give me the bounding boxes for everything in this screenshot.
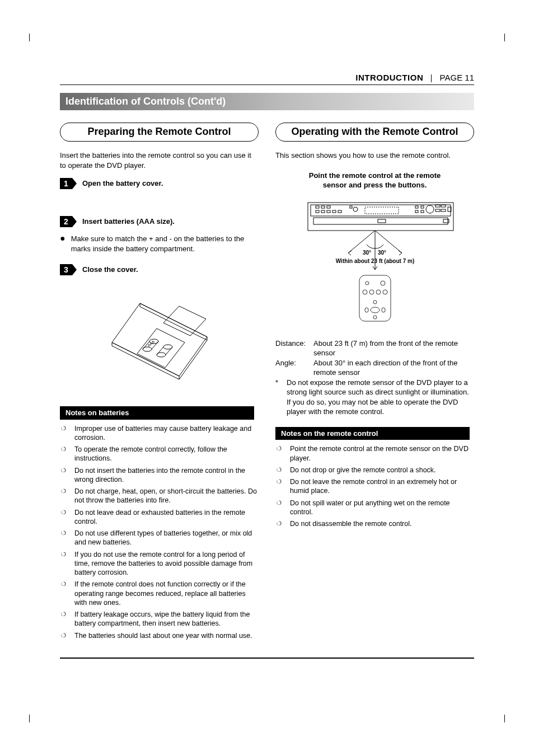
- svg-point-49: [383, 290, 387, 294]
- spec-block: Distance: About 23 ft (7 m) from the fro…: [275, 339, 474, 417]
- crop-mark: [29, 34, 38, 41]
- svg-point-8: [143, 347, 152, 351]
- bullet-text: Make sure to match the + and - on the ba…: [71, 234, 259, 253]
- list-item: The batteries should last about one year…: [61, 631, 259, 640]
- list-item: If battery leakage occurs, wipe the batt…: [61, 610, 259, 628]
- svg-line-11: [166, 347, 172, 355]
- page: INTRODUCTION PAGE 11 Identification of C…: [0, 0, 534, 756]
- step-number: 1: [60, 178, 72, 189]
- list-item: Do not drop or give the remote control a…: [277, 466, 474, 475]
- svg-rect-18: [350, 206, 352, 208]
- subsection-title: Preparing the Remote Control: [60, 123, 259, 142]
- intro-text: This section shows you how to use the re…: [275, 151, 474, 161]
- crop-mark: [29, 715, 38, 722]
- svg-rect-25: [327, 210, 330, 213]
- instruction-text: Point the remote control at the remote s…: [305, 171, 445, 190]
- svg-rect-29: [421, 206, 424, 208]
- svg-point-47: [369, 290, 374, 294]
- svg-line-3: [179, 340, 207, 379]
- spec-value: Do not expose the remote sensor of the D…: [287, 378, 474, 417]
- svg-rect-53: [382, 308, 385, 312]
- step-2: 2 Insert batteries (AAA size).: [60, 216, 259, 227]
- remote-battery-diagram: AAA: [60, 287, 259, 384]
- step-label: Insert batteries (AAA size).: [82, 216, 175, 227]
- list-item: Improper use of batteries may cause batt…: [61, 424, 259, 443]
- angle-left-label: 30°: [363, 250, 371, 256]
- step-number: 3: [60, 264, 72, 275]
- notes-header: Notes on batteries: [60, 406, 254, 420]
- notes-list: Point the remote control at the remote s…: [277, 444, 474, 528]
- section-label: INTRODUCTION: [355, 73, 423, 82]
- list-item: To operate the remote control correctly,…: [61, 445, 259, 463]
- bullet-icon: ●: [60, 234, 65, 253]
- range-label: Within about 23 ft (about 7 m): [335, 258, 414, 264]
- svg-rect-52: [365, 308, 368, 312]
- svg-rect-43: [359, 275, 391, 321]
- svg-marker-1: [140, 303, 207, 340]
- svg-point-45: [381, 281, 385, 285]
- svg-rect-22: [327, 206, 330, 208]
- svg-rect-21: [321, 206, 325, 208]
- list-item: Do not leave the remote control in an ex…: [277, 477, 474, 496]
- title-bar: Identification of Controls (Cont'd): [60, 93, 474, 110]
- crop-mark: [496, 715, 505, 722]
- svg-rect-24: [321, 210, 325, 213]
- svg-rect-30: [415, 210, 418, 213]
- intro-text: Insert the batteries into the remote con…: [60, 151, 259, 170]
- step-badge-icon: 1: [60, 178, 77, 189]
- notes-list: Improper use of batteries may cause batt…: [61, 424, 259, 640]
- footer-rule: [60, 658, 474, 659]
- list-item: Do not spill water or put anything wet o…: [277, 499, 474, 517]
- svg-point-54: [373, 316, 377, 319]
- svg-rect-39: [378, 219, 386, 223]
- crop-mark: [496, 34, 505, 41]
- step-3: 3 Close the cover.: [60, 264, 259, 275]
- page-header: INTRODUCTION PAGE 11: [60, 73, 474, 85]
- list-item: Point the remote control at the remote s…: [277, 444, 474, 463]
- list-item: Do not charge, heat, open, or short-circ…: [61, 487, 259, 505]
- step-label: Close the cover.: [82, 264, 138, 275]
- svg-point-19: [353, 207, 358, 212]
- spec-label: Distance:: [275, 339, 313, 358]
- step-badge-icon: 3: [60, 264, 77, 275]
- svg-point-32: [426, 205, 434, 213]
- svg-rect-34: [441, 205, 446, 207]
- list-item: Do not disassemble the remote control.: [277, 519, 474, 528]
- bullet-note: ● Make sure to match the + and - on the …: [60, 234, 259, 253]
- spec-label: Angle:: [275, 358, 313, 378]
- svg-point-46: [363, 290, 367, 294]
- svg-rect-27: [338, 210, 341, 213]
- svg-rect-17: [365, 207, 399, 214]
- step-label: Open the battery cover.: [82, 178, 163, 189]
- list-item: If you do not use the remote control for…: [61, 550, 259, 577]
- svg-point-44: [366, 281, 369, 285]
- spec-value: About 30° in each direction of the front…: [313, 358, 474, 378]
- divider: [431, 74, 432, 82]
- svg-point-48: [376, 290, 381, 294]
- list-item: Do not leave dead or exhausted batteries…: [61, 508, 259, 527]
- svg-rect-15: [311, 205, 451, 216]
- notes-header: Notes on the remote control: [275, 427, 470, 440]
- svg-rect-26: [332, 210, 336, 213]
- spec-value: About 23 ft (7 m) from the front of the …: [313, 339, 474, 358]
- svg-rect-23: [316, 210, 319, 213]
- svg-point-50: [373, 300, 377, 304]
- svg-point-12: [157, 353, 166, 357]
- svg-marker-2: [112, 342, 179, 379]
- angle-right-label: 30°: [378, 250, 386, 256]
- svg-marker-13: [163, 306, 206, 336]
- svg-rect-33: [435, 205, 440, 207]
- svg-rect-28: [415, 206, 418, 208]
- subsection-title: Operating with the Remote Control: [275, 123, 474, 142]
- page-number: PAGE 11: [440, 73, 474, 82]
- list-item: Do not use different types of batteries …: [61, 529, 259, 547]
- left-column: Preparing the Remote Control Insert the …: [60, 123, 259, 643]
- svg-rect-31: [421, 210, 424, 213]
- right-column: Operating with the Remote Control This s…: [275, 123, 474, 643]
- spec-label: *: [275, 378, 287, 417]
- svg-point-51: [371, 307, 380, 313]
- svg-rect-20: [316, 206, 319, 208]
- svg-rect-16: [313, 218, 448, 224]
- list-item: Do not insert the batteries into the rem…: [61, 466, 259, 485]
- svg-rect-35: [435, 209, 440, 212]
